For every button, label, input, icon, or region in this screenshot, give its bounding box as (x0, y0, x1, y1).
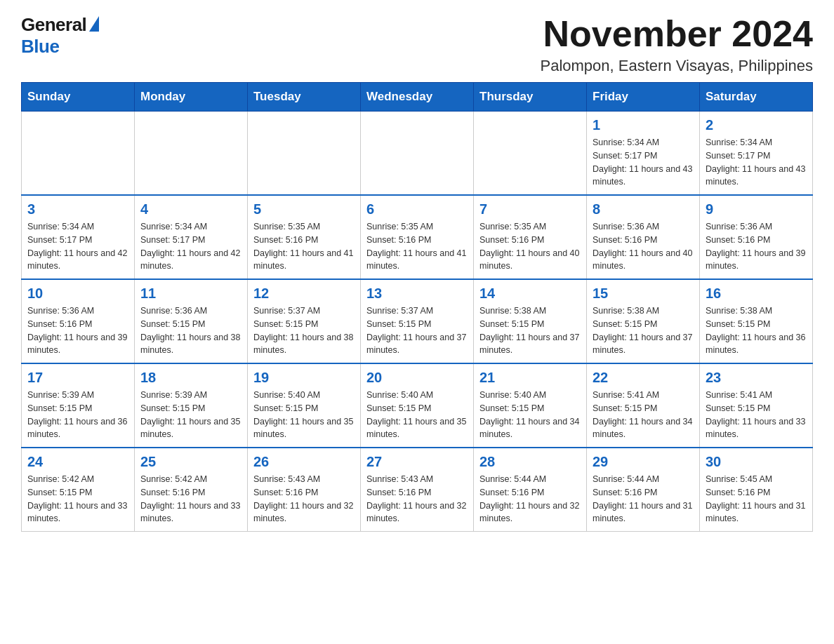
day-info: Sunrise: 5:35 AM Sunset: 5:16 PM Dayligh… (479, 220, 581, 273)
day-info: Sunrise: 5:35 AM Sunset: 5:16 PM Dayligh… (366, 220, 468, 273)
calendar-cell: 9Sunrise: 5:36 AM Sunset: 5:16 PM Daylig… (700, 195, 813, 279)
day-number: 6 (366, 201, 468, 217)
calendar-cell: 10Sunrise: 5:36 AM Sunset: 5:16 PM Dayli… (22, 279, 135, 363)
day-info: Sunrise: 5:45 AM Sunset: 5:16 PM Dayligh… (706, 473, 807, 525)
weekday-header-thursday: Thursday (474, 83, 587, 112)
calendar-cell: 23Sunrise: 5:41 AM Sunset: 5:15 PM Dayli… (700, 363, 813, 448)
logo-blue: Blue (21, 36, 59, 58)
day-info: Sunrise: 5:36 AM Sunset: 5:15 PM Dayligh… (140, 304, 241, 357)
day-info: Sunrise: 5:39 AM Sunset: 5:15 PM Dayligh… (27, 389, 128, 441)
calendar-cell: 3Sunrise: 5:34 AM Sunset: 5:17 PM Daylig… (22, 195, 135, 279)
calendar-week-row: 1Sunrise: 5:34 AM Sunset: 5:17 PM Daylig… (22, 112, 813, 196)
day-number: 11 (140, 286, 241, 302)
day-number: 24 (27, 454, 128, 470)
calendar-week-row: 17Sunrise: 5:39 AM Sunset: 5:15 PM Dayli… (22, 363, 813, 448)
day-number: 10 (27, 286, 128, 302)
day-info: Sunrise: 5:44 AM Sunset: 5:16 PM Dayligh… (479, 473, 581, 525)
day-info: Sunrise: 5:40 AM Sunset: 5:15 PM Dayligh… (253, 389, 355, 441)
day-info: Sunrise: 5:41 AM Sunset: 5:15 PM Dayligh… (593, 389, 694, 441)
calendar-cell: 21Sunrise: 5:40 AM Sunset: 5:15 PM Dayli… (474, 363, 587, 448)
weekday-header-row: SundayMondayTuesdayWednesdayThursdayFrid… (22, 83, 813, 112)
calendar-cell: 5Sunrise: 5:35 AM Sunset: 5:16 PM Daylig… (248, 195, 361, 279)
day-number: 17 (27, 370, 128, 386)
day-number: 7 (479, 201, 581, 217)
calendar-cell: 14Sunrise: 5:38 AM Sunset: 5:15 PM Dayli… (474, 279, 587, 363)
weekday-header-saturday: Saturday (700, 83, 813, 112)
day-number: 15 (593, 286, 694, 302)
day-info: Sunrise: 5:36 AM Sunset: 5:16 PM Dayligh… (593, 220, 694, 273)
calendar-cell: 26Sunrise: 5:43 AM Sunset: 5:16 PM Dayli… (248, 448, 361, 532)
calendar-cell: 12Sunrise: 5:37 AM Sunset: 5:15 PM Dayli… (248, 279, 361, 363)
day-number: 16 (706, 286, 807, 302)
calendar-cell: 24Sunrise: 5:42 AM Sunset: 5:15 PM Dayli… (22, 448, 135, 532)
calendar-cell: 11Sunrise: 5:36 AM Sunset: 5:15 PM Dayli… (135, 279, 248, 363)
day-info: Sunrise: 5:44 AM Sunset: 5:16 PM Dayligh… (593, 473, 694, 525)
day-info: Sunrise: 5:38 AM Sunset: 5:15 PM Dayligh… (706, 304, 807, 357)
day-number: 13 (366, 286, 468, 302)
weekday-header-monday: Monday (135, 83, 248, 112)
calendar-cell: 22Sunrise: 5:41 AM Sunset: 5:15 PM Dayli… (587, 363, 700, 448)
day-info: Sunrise: 5:34 AM Sunset: 5:17 PM Dayligh… (27, 220, 128, 273)
calendar-cell: 8Sunrise: 5:36 AM Sunset: 5:16 PM Daylig… (587, 195, 700, 279)
calendar-cell: 13Sunrise: 5:37 AM Sunset: 5:15 PM Dayli… (361, 279, 474, 363)
day-number: 14 (479, 286, 581, 302)
calendar-cell: 28Sunrise: 5:44 AM Sunset: 5:16 PM Dayli… (474, 448, 587, 532)
calendar-cell (248, 112, 361, 196)
day-number: 26 (253, 454, 355, 470)
day-info: Sunrise: 5:43 AM Sunset: 5:16 PM Dayligh… (253, 473, 355, 525)
month-year-title: November 2024 (541, 14, 813, 54)
logo-general: General (21, 14, 86, 36)
weekday-header-tuesday: Tuesday (248, 83, 361, 112)
day-number: 8 (593, 201, 694, 217)
day-info: Sunrise: 5:34 AM Sunset: 5:17 PM Dayligh… (706, 136, 807, 189)
day-info: Sunrise: 5:43 AM Sunset: 5:16 PM Dayligh… (366, 473, 468, 525)
calendar-cell: 17Sunrise: 5:39 AM Sunset: 5:15 PM Dayli… (22, 363, 135, 448)
day-number: 2 (706, 117, 807, 133)
day-number: 23 (706, 370, 807, 386)
calendar-week-row: 24Sunrise: 5:42 AM Sunset: 5:15 PM Dayli… (22, 448, 813, 532)
calendar-table: SundayMondayTuesdayWednesdayThursdayFrid… (21, 82, 813, 532)
day-number: 28 (479, 454, 581, 470)
day-number: 25 (140, 454, 241, 470)
day-number: 4 (140, 201, 241, 217)
day-number: 3 (27, 201, 128, 217)
calendar-cell: 30Sunrise: 5:45 AM Sunset: 5:16 PM Dayli… (700, 448, 813, 532)
day-info: Sunrise: 5:38 AM Sunset: 5:15 PM Dayligh… (479, 304, 581, 357)
calendar-cell (474, 112, 587, 196)
calendar-cell: 18Sunrise: 5:39 AM Sunset: 5:15 PM Dayli… (135, 363, 248, 448)
weekday-header-friday: Friday (587, 83, 700, 112)
calendar-cell: 27Sunrise: 5:43 AM Sunset: 5:16 PM Dayli… (361, 448, 474, 532)
day-info: Sunrise: 5:37 AM Sunset: 5:15 PM Dayligh… (366, 304, 468, 357)
day-info: Sunrise: 5:34 AM Sunset: 5:17 PM Dayligh… (140, 220, 241, 273)
calendar-cell: 29Sunrise: 5:44 AM Sunset: 5:16 PM Dayli… (587, 448, 700, 532)
page-header: General Blue November 2024 Palompon, Eas… (21, 14, 813, 75)
calendar-cell: 25Sunrise: 5:42 AM Sunset: 5:16 PM Dayli… (135, 448, 248, 532)
day-number: 29 (593, 454, 694, 470)
calendar-cell: 19Sunrise: 5:40 AM Sunset: 5:15 PM Dayli… (248, 363, 361, 448)
day-info: Sunrise: 5:40 AM Sunset: 5:15 PM Dayligh… (479, 389, 581, 441)
day-info: Sunrise: 5:38 AM Sunset: 5:15 PM Dayligh… (593, 304, 694, 357)
day-number: 12 (253, 286, 355, 302)
day-number: 9 (706, 201, 807, 217)
day-info: Sunrise: 5:39 AM Sunset: 5:15 PM Dayligh… (140, 389, 241, 441)
location-subtitle: Palompon, Eastern Visayas, Philippines (541, 57, 813, 75)
day-number: 1 (593, 117, 694, 133)
day-number: 22 (593, 370, 694, 386)
calendar-week-row: 10Sunrise: 5:36 AM Sunset: 5:16 PM Dayli… (22, 279, 813, 363)
day-info: Sunrise: 5:34 AM Sunset: 5:17 PM Dayligh… (593, 136, 694, 189)
day-info: Sunrise: 5:35 AM Sunset: 5:16 PM Dayligh… (253, 220, 355, 273)
day-info: Sunrise: 5:42 AM Sunset: 5:15 PM Dayligh… (27, 473, 128, 525)
calendar-cell: 4Sunrise: 5:34 AM Sunset: 5:17 PM Daylig… (135, 195, 248, 279)
day-number: 18 (140, 370, 241, 386)
weekday-header-wednesday: Wednesday (361, 83, 474, 112)
day-info: Sunrise: 5:36 AM Sunset: 5:16 PM Dayligh… (27, 304, 128, 357)
day-number: 27 (366, 454, 468, 470)
day-info: Sunrise: 5:40 AM Sunset: 5:15 PM Dayligh… (366, 389, 468, 441)
day-number: 19 (253, 370, 355, 386)
calendar-cell (135, 112, 248, 196)
weekday-header-sunday: Sunday (22, 83, 135, 112)
day-info: Sunrise: 5:42 AM Sunset: 5:16 PM Dayligh… (140, 473, 241, 525)
calendar-cell: 16Sunrise: 5:38 AM Sunset: 5:15 PM Dayli… (700, 279, 813, 363)
calendar-cell: 6Sunrise: 5:35 AM Sunset: 5:16 PM Daylig… (361, 195, 474, 279)
day-info: Sunrise: 5:36 AM Sunset: 5:16 PM Dayligh… (706, 220, 807, 273)
